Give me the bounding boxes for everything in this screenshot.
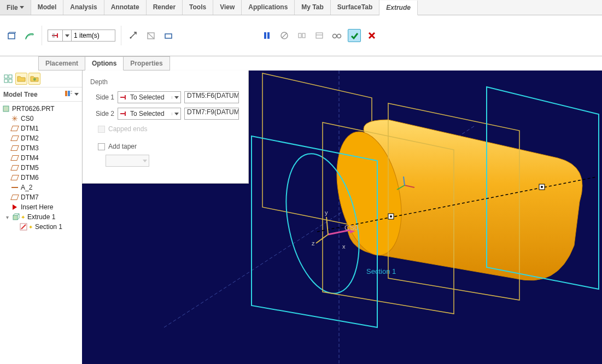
sketch-icon xyxy=(20,223,27,231)
tree-label: DTM4 xyxy=(21,154,39,162)
accept-button[interactable] xyxy=(348,29,361,42)
glasses-view-button[interactable] xyxy=(330,29,343,42)
tree-node-dtm5[interactable]: DTM5 xyxy=(1,163,81,173)
menu-mytab[interactable]: My Tab xyxy=(295,0,330,15)
menu-render[interactable]: Render xyxy=(147,0,183,15)
svg-point-20 xyxy=(333,34,337,38)
extrude-solid-button[interactable] xyxy=(5,29,19,42)
menu-model[interactable]: Model xyxy=(31,0,64,15)
datum-icon xyxy=(11,144,19,152)
tree-root[interactable]: PRT0626.PRT xyxy=(1,104,81,114)
menu-annotate[interactable]: Annotate xyxy=(104,0,147,15)
svg-text:y: y xyxy=(325,209,328,216)
capped-ends-label: Capped ends xyxy=(108,125,147,133)
menu-applications[interactable]: Applications xyxy=(242,0,295,15)
tree-node-section1[interactable]: ✦ Section 1 xyxy=(1,222,81,232)
no-verify-button[interactable] xyxy=(278,29,291,42)
dropdown-arrow xyxy=(172,113,180,115)
side2-row: Side 2 To Selected DTM7:F9(DATUM PLANE) xyxy=(90,108,241,120)
tree-node-dtm6[interactable]: DTM6 xyxy=(1,173,81,183)
menu-extrude[interactable]: Extrude xyxy=(379,1,418,15)
add-taper-checkbox[interactable] xyxy=(98,143,105,150)
svg-rect-35 xyxy=(13,215,17,220)
depth-type-icon xyxy=(118,94,129,101)
tree-node-dtm3[interactable]: DTM3 xyxy=(1,143,81,153)
svg-text:✱: ✱ xyxy=(33,77,37,82)
tree-node-dtm1[interactable]: DTM1 xyxy=(1,124,81,133)
svg-rect-13 xyxy=(267,32,270,39)
datum-icon xyxy=(11,174,19,181)
flip-direction-button[interactable] xyxy=(127,29,140,42)
side1-ref-input[interactable]: DTM5:F6(DATUM PLANE) xyxy=(184,91,239,103)
tree-node-dtm7[interactable]: DTM7 xyxy=(1,192,81,202)
remove-material-button[interactable] xyxy=(144,29,157,42)
svg-line-63 xyxy=(326,217,328,234)
options-panel: Depth Side 1 To Selected DTM5:F6(DATUM P… xyxy=(82,71,249,184)
tree-label: DTM3 xyxy=(21,144,39,152)
side1-row: Side 1 To Selected DTM5:F6(DATUM PLANE) xyxy=(90,91,241,103)
svg-point-58 xyxy=(541,186,543,188)
tree-label: DTM1 xyxy=(21,125,39,132)
main-area: ✱ Model Tree PRT0626.PRT ✳CS0 DTM1 DTM2 … xyxy=(0,71,602,364)
svg-point-9 xyxy=(130,37,132,39)
pause-button[interactable] xyxy=(260,29,273,42)
svg-rect-25 xyxy=(4,75,8,78)
tree-node-cs0[interactable]: ✳CS0 xyxy=(1,114,81,124)
svg-rect-27 xyxy=(4,79,8,83)
tree-folder-button[interactable] xyxy=(15,73,27,85)
depth-dropdown-arrow[interactable] xyxy=(63,30,72,42)
svg-rect-11 xyxy=(165,34,172,38)
svg-point-60 xyxy=(390,215,392,218)
add-taper-label: Add taper xyxy=(108,143,137,150)
preview-geom-button[interactable] xyxy=(313,29,326,42)
svg-line-64 xyxy=(316,234,328,243)
extrude-icon xyxy=(12,213,20,221)
tree-node-extrude1[interactable]: ▾ ✦ Extrude 1 xyxy=(1,212,81,222)
side1-type-select[interactable]: To Selected xyxy=(118,91,181,103)
menu-file[interactable]: File xyxy=(0,0,31,15)
cancel-button[interactable] xyxy=(365,29,378,42)
menu-view[interactable]: View xyxy=(213,0,242,15)
tree-settings-icon[interactable] xyxy=(65,90,72,99)
depth-type-icon xyxy=(118,110,129,117)
csys-label-3d: CS0 xyxy=(344,224,358,232)
thicken-sketch-button[interactable] xyxy=(162,29,175,42)
depth-items-input[interactable] xyxy=(72,30,115,42)
svg-rect-18 xyxy=(316,33,323,38)
tree-toggle[interactable]: ▾ xyxy=(4,214,10,220)
tree-node-dtm4[interactable]: DTM4 xyxy=(1,153,81,163)
sidebar-icon-row: ✱ xyxy=(0,71,82,87)
tree-folder-star-button[interactable]: ✱ xyxy=(28,73,40,85)
svg-rect-17 xyxy=(302,33,305,38)
tree-label: DTM2 xyxy=(21,134,39,142)
tab-options[interactable]: Options xyxy=(85,56,124,71)
caret-down-icon xyxy=(20,6,24,9)
tab-properties[interactable]: Properties xyxy=(123,56,170,71)
extrude-surface-button[interactable] xyxy=(23,29,36,42)
tree-node-insert-here[interactable]: Insert Here xyxy=(1,202,81,212)
menu-file-label: File xyxy=(7,4,18,11)
tree-layers-button[interactable] xyxy=(2,73,14,85)
axis-icon xyxy=(11,184,19,191)
tab-placement[interactable]: Placement xyxy=(38,56,85,71)
menu-analysis[interactable]: Analysis xyxy=(63,0,104,15)
menu-tools[interactable]: Tools xyxy=(183,0,213,15)
svg-rect-28 xyxy=(9,79,12,83)
menu-surfacetab[interactable]: SurfaceTab xyxy=(331,0,379,15)
dropdown-arrow xyxy=(172,96,180,99)
svg-text:z: z xyxy=(312,240,315,246)
depth-direction-button[interactable] xyxy=(48,30,63,42)
svg-rect-26 xyxy=(9,75,12,78)
svg-rect-34 xyxy=(3,106,9,111)
caret-down-icon[interactable] xyxy=(74,93,79,96)
tree-node-dtm2[interactable]: DTM2 xyxy=(1,133,81,143)
attach-geom-button[interactable] xyxy=(295,29,308,42)
side2-type-select[interactable]: To Selected xyxy=(118,108,181,120)
tree-label: Section 1 xyxy=(35,223,62,231)
tree-node-a2[interactable]: A_2 xyxy=(1,183,81,192)
main-menubar: File Model Analysis Annotate Render Tool… xyxy=(0,0,602,15)
side2-ref-input[interactable]: DTM7:F9(DATUM PLANE) xyxy=(184,108,239,120)
caret-down-icon xyxy=(65,34,69,37)
tree-root-label: PRT0626.PRT xyxy=(12,105,55,113)
tree-label: DTM6 xyxy=(21,174,39,181)
